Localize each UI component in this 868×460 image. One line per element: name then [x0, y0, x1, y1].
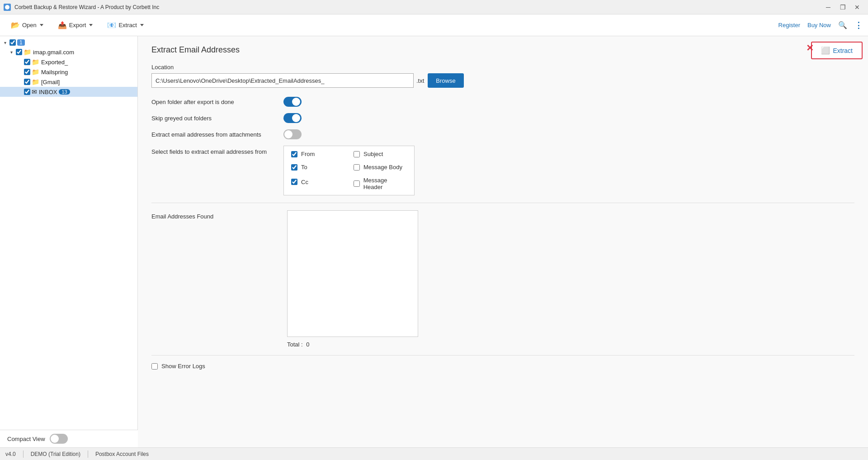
from-checkbox[interactable]: [291, 151, 297, 157]
gmail-label: [Gmail]: [41, 79, 60, 85]
edition-label: DEMO (Trial Edition): [31, 451, 80, 457]
section-divider-2: [151, 355, 854, 356]
folder-icon: 📁: [32, 58, 39, 66]
message-body-field-row: Message Body: [354, 164, 407, 171]
sidebar: ▾ 1 ▾ 📁 imap.gmail.com ▾ 📁 Exported_ ▾ 📁…: [0, 36, 138, 447]
fields-box: From Subject To Message Bo: [283, 146, 415, 195]
inbox-checkbox[interactable]: [24, 89, 30, 95]
menu-icon[interactable]: ⋮: [854, 20, 863, 30]
tree-root-item[interactable]: ▾ 1: [0, 38, 137, 47]
email-found-area: Total : 0: [287, 210, 418, 348]
tree-mailspring-item[interactable]: ▾ 📁 Mailspring: [0, 67, 137, 77]
cc-checkbox[interactable]: [291, 179, 297, 185]
email-found-label: Email Addresses Found: [151, 213, 278, 220]
app-icon: [4, 4, 11, 11]
location-label: Location: [151, 64, 854, 71]
toolbar-left: 📂 Open 📤 Export 📧 Extract: [5, 18, 149, 32]
mail-icon: ✉: [32, 88, 37, 95]
status-divider: [23, 451, 24, 458]
imap-checkbox[interactable]: [16, 49, 22, 55]
close-button[interactable]: ✕: [850, 1, 864, 14]
mailspring-checkbox[interactable]: [24, 69, 30, 75]
close-panel-button[interactable]: ✕: [806, 43, 814, 53]
tree-exported-item[interactable]: ▾ 📁 Exported_: [0, 57, 137, 67]
from-field-row: From: [291, 151, 344, 157]
inbox-label: INBOX: [39, 89, 57, 95]
title-bar: Corbett Backup & Restore Wizard - A Prod…: [0, 0, 868, 14]
extract-chevron-icon: [140, 24, 144, 26]
export-button[interactable]: 📤 Export: [52, 18, 99, 32]
subject-field-row: Subject: [354, 151, 407, 157]
extract-toolbar-button[interactable]: 📧 Extract: [102, 18, 149, 32]
show-error-logs-checkbox[interactable]: [151, 363, 158, 370]
toggle-slider: [50, 434, 68, 444]
exported-checkbox[interactable]: [24, 59, 30, 65]
message-body-label: Message Body: [363, 164, 402, 171]
error-logs-row: Show Error Logs: [151, 363, 854, 370]
extract-attachments-label: Extract email addresses from attachments: [151, 131, 278, 138]
open-folder-row: Open folder after export is done: [151, 97, 854, 107]
skip-greyed-row: Skip greyed out folders: [151, 113, 854, 123]
toggle-slider: [283, 129, 302, 139]
extract-attachments-toggle[interactable]: [283, 129, 302, 139]
extract-action-button[interactable]: ⬜ Extract: [811, 42, 863, 59]
inbox-count-badge: 13: [59, 89, 70, 95]
folder-icon: 📁: [32, 68, 39, 76]
extract-attachments-row: Extract email addresses from attachments: [151, 129, 854, 139]
compact-view-section: Compact View: [0, 430, 138, 447]
compact-view-label: Compact View: [7, 436, 45, 442]
root-badge: 1: [17, 39, 25, 46]
extract-btn-label: Extract: [833, 47, 853, 54]
buy-now-link[interactable]: Buy Now: [807, 22, 831, 28]
main-layout: ▾ 1 ▾ 📁 imap.gmail.com ▾ 📁 Exported_ ▾ 📁…: [0, 36, 868, 447]
minimize-button[interactable]: ─: [821, 1, 835, 14]
open-folder-label: Open folder after export is done: [151, 99, 278, 105]
toolbar: 📂 Open 📤 Export 📧 Extract Register Buy N…: [0, 14, 868, 36]
message-body-checkbox[interactable]: [354, 164, 360, 171]
toggle-knob: [51, 435, 59, 443]
folder-icon: 📁: [32, 78, 39, 85]
spacer: ▾: [16, 89, 23, 95]
title-bar-left: Corbett Backup & Restore Wizard - A Prod…: [4, 4, 159, 11]
total-row: Total : 0: [287, 341, 418, 348]
folder-icon: 📂: [11, 21, 20, 29]
message-header-checkbox[interactable]: [354, 180, 360, 187]
spacer: ▾: [16, 79, 23, 85]
tree-imap-item[interactable]: ▾ 📁 imap.gmail.com: [0, 47, 137, 57]
show-error-logs-label: Show Error Logs: [161, 363, 205, 370]
fields-grid: From Subject To Message Bo: [291, 151, 407, 190]
to-field-row: To: [291, 164, 344, 171]
root-checkbox[interactable]: [9, 39, 16, 46]
skip-greyed-toggle[interactable]: [283, 113, 302, 123]
content-area: ⬜ Extract ✕ Extract Email Addresses Loca…: [138, 36, 868, 447]
compact-view-toggle[interactable]: [50, 434, 68, 444]
message-header-label: Message Header: [363, 177, 407, 190]
location-input-group: .txt Browse: [151, 73, 854, 88]
location-input[interactable]: [151, 73, 414, 88]
folder-icon: 📁: [24, 48, 31, 56]
toolbar-right: Register Buy Now 🔍 ⋮: [778, 20, 863, 30]
from-label: From: [301, 151, 315, 157]
search-icon[interactable]: 🔍: [838, 21, 847, 29]
extract-icon: 📧: [107, 21, 116, 29]
location-suffix: .txt: [416, 77, 424, 84]
open-folder-toggle[interactable]: [283, 97, 302, 107]
subject-checkbox[interactable]: [354, 151, 360, 157]
register-link[interactable]: Register: [778, 22, 800, 28]
account-files-label: Postbox Account Files: [95, 451, 149, 457]
to-checkbox[interactable]: [291, 164, 297, 171]
spacer: ▾: [16, 69, 23, 75]
gmail-checkbox[interactable]: [24, 79, 30, 85]
tree-arrow-icon[interactable]: ▾: [2, 39, 8, 46]
restore-button[interactable]: ❐: [835, 1, 850, 14]
email-found-textarea[interactable]: [287, 210, 418, 337]
export-chevron-icon: [89, 24, 93, 26]
tree-inbox-item[interactable]: ▾ ✉ INBOX 13: [0, 87, 137, 97]
open-button[interactable]: 📂 Open: [5, 18, 49, 32]
toggle-knob: [292, 114, 300, 122]
open-label: Open: [22, 22, 37, 28]
toggle-knob: [292, 98, 300, 106]
tree-arrow-icon[interactable]: ▾: [8, 49, 14, 55]
tree-gmail-item[interactable]: ▾ 📁 [Gmail]: [0, 77, 137, 87]
browse-button[interactable]: Browse: [428, 73, 463, 88]
